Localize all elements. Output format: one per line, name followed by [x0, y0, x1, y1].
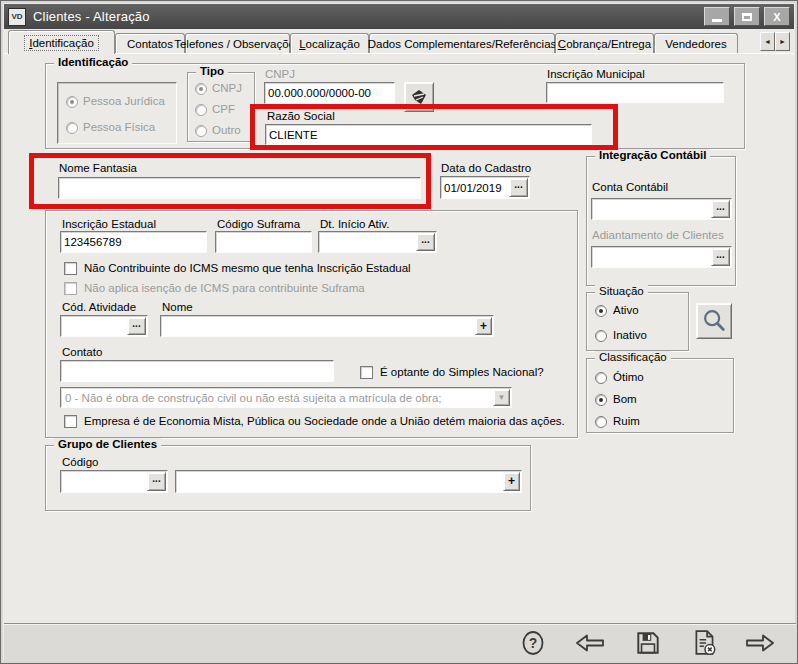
tab-dados-complementares[interactable]: Dados Complementares/Referências [369, 33, 555, 54]
radio-tipo-cnpj[interactable] [195, 83, 207, 95]
atividade-nome-input[interactable] [161, 316, 474, 336]
grupo-codigo-input[interactable] [61, 471, 146, 492]
razao-social-label: Razão Social [267, 110, 335, 122]
radio-ruim-label: Ruim [613, 415, 640, 427]
nome-fantasia-label: Nome Fantasia [59, 162, 137, 174]
help-button[interactable]: ? [517, 627, 549, 659]
minimize-button[interactable] [704, 7, 730, 26]
contato-input[interactable] [61, 361, 333, 381]
adiantamento-input[interactable] [592, 247, 710, 267]
consultar-receita-button[interactable] [404, 82, 434, 112]
radio-ativo[interactable] [595, 305, 607, 317]
radio-pessoa-fisica-label: Pessoa Física [83, 121, 155, 133]
delete-record-icon [691, 629, 719, 657]
dt-inicio-ativ-label: Dt. Início Ativ. [320, 218, 389, 230]
dt-inicio-ativ-input[interactable] [319, 232, 415, 252]
radio-inativo[interactable] [595, 330, 607, 342]
radio-ruim[interactable] [595, 416, 607, 428]
obra-combobox-dropdown-button[interactable]: ▼ [493, 389, 510, 406]
razao-social-field-wrap [265, 124, 592, 145]
data-cadastro-picker-button[interactable]: ... [509, 178, 528, 197]
group-fiscal: Inscrição Estadual Código Suframa Dt. In… [45, 210, 578, 438]
svg-text:?: ? [529, 635, 538, 651]
codigo-suframa-field-wrap [215, 231, 312, 253]
conta-contabil-input[interactable] [592, 199, 710, 219]
minimize-icon [712, 19, 722, 22]
checkbox-simples-nacional[interactable] [360, 366, 373, 379]
radio-tipo-cnpj-label: CNPJ [212, 82, 242, 94]
inscricao-estadual-label: Inscrição Estadual [62, 218, 156, 230]
grupo-nome-field-wrap: + [175, 470, 522, 493]
group-situacao: Situação Ativo Inativo [586, 292, 689, 351]
radio-bom[interactable] [595, 394, 607, 406]
tab-scroll-right-button[interactable]: ► [775, 32, 790, 51]
adiantamento-lookup-button[interactable]: ... [711, 248, 730, 266]
tab-scroll-left-button[interactable]: ◄ [760, 32, 775, 51]
checkbox-nao-aplica-isencao[interactable] [64, 282, 77, 295]
radio-pessoa-fisica[interactable] [66, 122, 78, 134]
maximize-button[interactable] [734, 7, 760, 26]
cnpj-input[interactable] [265, 83, 394, 103]
close-button[interactable]: X [764, 7, 790, 26]
group-classificacao: Classificação Ótimo Bom Ruim [586, 358, 734, 433]
tab-vendedores[interactable]: Vendedores [654, 33, 738, 54]
grupo-codigo-lookup-button[interactable]: ... [147, 472, 166, 491]
tab-scroll: ◄ ► [760, 32, 790, 51]
contato-label: Contato [62, 346, 102, 358]
group-situacao-title: Situação [595, 285, 648, 297]
delete-record-button[interactable] [689, 627, 721, 659]
dt-inicio-ativ-picker-button[interactable]: ... [416, 233, 435, 251]
forward-button[interactable] [744, 627, 776, 659]
tab-localizacao[interactable]: Localização [290, 33, 369, 54]
radio-bom-label: Bom [613, 393, 637, 405]
radio-tipo-outro[interactable] [195, 125, 207, 137]
magnifier-icon [700, 307, 728, 335]
inscricao-municipal-input[interactable] [547, 83, 723, 102]
data-cadastro-input[interactable] [441, 177, 508, 198]
clientes-window: VD Clientes - Alteração X Identificação … [0, 0, 798, 664]
group-integracao-title: Integração Contábil [595, 149, 710, 161]
atividade-nome-label: Nome [162, 301, 193, 313]
radio-tipo-cpf[interactable] [195, 104, 207, 116]
checkbox-simples-nacional-label: É optante do Simples Nacional? [380, 366, 544, 378]
cod-atividade-field-wrap: ... [60, 315, 148, 337]
radio-otimo[interactable] [595, 372, 607, 384]
pesquisar-button[interactable] [696, 303, 732, 339]
grupo-nome-input[interactable] [176, 471, 502, 492]
grupo-nome-add-button[interactable]: + [503, 472, 520, 491]
atividade-nome-add-button[interactable]: + [475, 317, 492, 335]
cod-atividade-lookup-button[interactable]: ... [127, 317, 146, 335]
tab-identificacao[interactable]: Identificação [8, 30, 115, 54]
radio-inativo-label: Inativo [613, 329, 647, 341]
back-button[interactable] [574, 627, 606, 659]
tab-telefones-observacoes[interactable]: Telefones / Observações [185, 33, 290, 54]
tab-cobranca-entrega[interactable]: Cobrança/Entrega [555, 33, 654, 54]
radio-pessoa-juridica-label: Pessoa Jurídica [83, 95, 165, 107]
cod-atividade-label: Cód. Atividade [62, 301, 136, 313]
group-identificacao: Identificação Pessoa Jurídica Pessoa Fís… [45, 63, 745, 149]
inscricao-estadual-input[interactable] [61, 232, 206, 252]
group-integracao-contabil: Integração Contábil Conta Contábil ... A… [586, 156, 736, 286]
conta-contabil-lookup-button[interactable]: ... [711, 200, 730, 218]
checkbox-nao-contribuinte-icms[interactable] [64, 262, 77, 275]
nome-fantasia-input[interactable] [59, 178, 420, 198]
titlebar: VD Clientes - Alteração X [4, 4, 794, 29]
radio-ativo-label: Ativo [613, 304, 639, 316]
conta-contabil-label: Conta Contábil [592, 181, 668, 193]
radio-pessoa-juridica[interactable] [66, 96, 78, 108]
help-icon: ? [519, 629, 547, 657]
cod-atividade-input[interactable] [61, 316, 126, 336]
radio-tipo-cpf-label: CPF [212, 103, 235, 115]
obra-combobox[interactable]: 0 - Não é obra de construção civil ou nã… [60, 387, 512, 408]
codigo-suframa-input[interactable] [216, 232, 311, 252]
inscricao-municipal-field-wrap [546, 82, 724, 103]
grupo-codigo-field-wrap: ... [60, 470, 168, 493]
save-button[interactable] [632, 627, 664, 659]
razao-social-input[interactable] [266, 125, 591, 144]
inscricao-estadual-field-wrap [60, 231, 207, 253]
checkbox-economia-mista[interactable] [64, 415, 77, 428]
group-grupo-clientes-title: Grupo de Clientes [54, 438, 161, 450]
inscricao-municipal-label: Inscrição Municipal [547, 68, 645, 80]
atividade-nome-field-wrap: + [160, 315, 494, 337]
obra-combobox-value: 0 - Não é obra de construção civil ou nã… [61, 392, 492, 404]
